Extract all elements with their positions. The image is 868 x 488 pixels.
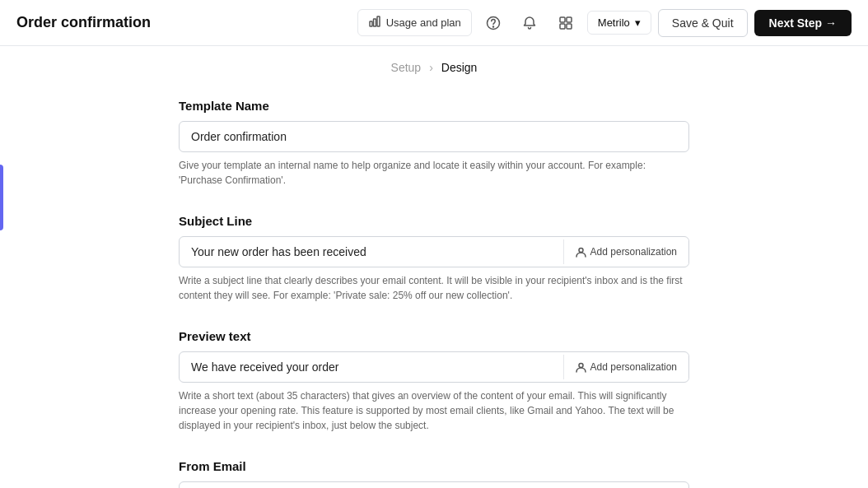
breadcrumb-separator: › — [429, 61, 433, 74]
svg-rect-2 — [377, 16, 380, 26]
svg-point-9 — [579, 248, 583, 252]
subject-line-section: Subject Line Add personalization Write a… — [179, 214, 689, 303]
svg-rect-0 — [370, 21, 372, 26]
svg-rect-5 — [560, 17, 565, 22]
preview-text-input-row: Add personalization — [179, 351, 689, 383]
top-navigation: Order confirmation Usage and plan — [0, 0, 868, 46]
from-email-section: From Email Metrilo <murry@metrilo.com> ▾… — [179, 459, 689, 488]
breadcrumb: Setup › Design — [0, 46, 868, 82]
svg-point-10 — [579, 363, 583, 367]
preview-text-section: Preview text Add personalization Write a… — [179, 329, 689, 433]
page-title: Order confirmation — [16, 14, 151, 31]
subject-line-label: Subject Line — [179, 214, 689, 228]
main-content: Template Name Give your template an inte… — [162, 82, 706, 488]
usage-icon — [368, 15, 381, 30]
topnav-left: Order confirmation — [16, 14, 151, 31]
brand-dropdown-button[interactable]: Metrilo ▾ — [587, 11, 651, 35]
preview-text-label: Preview text — [179, 329, 689, 343]
subject-line-input-row: Add personalization — [179, 236, 689, 267]
from-email-select[interactable]: Metrilo <murry@metrilo.com> — [179, 481, 689, 488]
breadcrumb-step2: Design — [441, 61, 478, 74]
subject-line-personalization-button[interactable]: Add personalization — [563, 239, 688, 264]
breadcrumb-step1: Setup — [391, 61, 422, 74]
preview-text-help: Write a short text (about 35 characters)… — [179, 388, 689, 433]
grid-button[interactable] — [551, 8, 581, 38]
template-name-input[interactable] — [179, 121, 689, 152]
svg-rect-1 — [373, 19, 376, 26]
preview-text-input[interactable] — [180, 352, 563, 382]
brand-name: Metrilo — [598, 16, 630, 29]
template-name-section: Template Name Give your template an inte… — [179, 99, 689, 188]
subject-line-help: Write a subject line that clearly descri… — [179, 273, 689, 303]
template-name-label: Template Name — [179, 99, 689, 113]
from-email-label: From Email — [179, 459, 689, 473]
template-name-help: Give your template an internal name to h… — [179, 158, 689, 188]
save-quit-button[interactable]: Save & Quit — [658, 9, 748, 37]
next-step-button[interactable]: Next Step → — [754, 10, 852, 36]
subject-personalization-label: Add personalization — [590, 246, 677, 258]
usage-label: Usage and plan — [386, 16, 461, 29]
help-button[interactable] — [478, 8, 508, 38]
notifications-button[interactable] — [515, 8, 544, 38]
svg-rect-6 — [567, 17, 572, 22]
preview-text-personalization-button[interactable]: Add personalization — [563, 355, 688, 379]
next-step-label: Next Step → — [769, 16, 837, 30]
usage-and-plan-button[interactable]: Usage and plan — [357, 9, 472, 36]
left-accent-bar — [0, 165, 3, 230]
svg-point-4 — [492, 26, 493, 27]
topnav-right: Usage and plan Metrilo ▾ — [357, 8, 852, 38]
subject-line-input[interactable] — [180, 237, 563, 267]
svg-rect-8 — [567, 24, 572, 29]
chevron-down-icon: ▾ — [635, 16, 641, 29]
svg-rect-7 — [560, 24, 565, 29]
from-email-select-wrap: Metrilo <murry@metrilo.com> ▾ — [179, 481, 689, 488]
preview-personalization-label: Add personalization — [590, 361, 677, 373]
